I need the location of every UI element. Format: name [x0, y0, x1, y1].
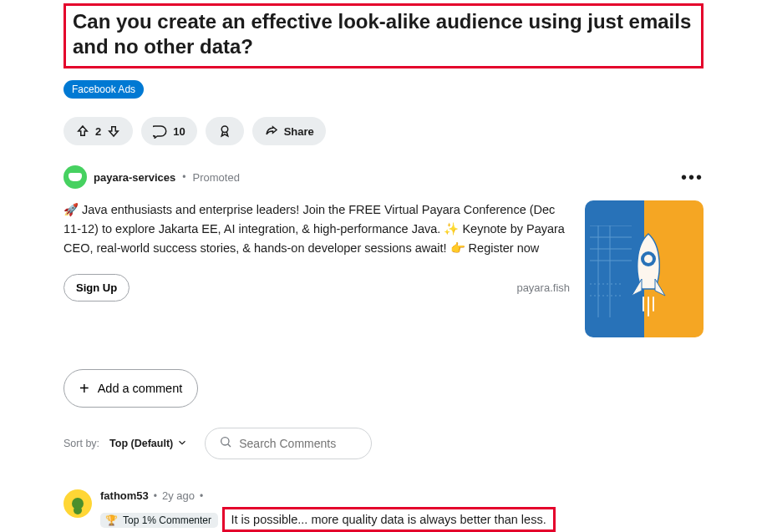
award-icon — [217, 124, 232, 139]
share-icon — [264, 124, 279, 139]
sort-value: Top (Default) — [109, 438, 173, 449]
chevron-down-icon — [176, 437, 188, 451]
comments-button[interactable]: 10 — [141, 117, 196, 145]
comment-text-highlight: It is possible... more quality data is a… — [222, 507, 556, 532]
comment-search[interactable] — [205, 428, 372, 459]
plus-icon: + — [79, 380, 89, 397]
sort-label: Sort by: — [63, 438, 99, 449]
flair-row: Facebook Ads — [63, 80, 704, 99]
svg-point-0 — [221, 126, 228, 133]
promo-username[interactable]: payara-services — [94, 171, 175, 184]
promoted-tag: Promoted — [193, 171, 240, 184]
promoted-header: payara-services • Promoted ••• — [63, 165, 704, 189]
promo-thumbnail[interactable] — [585, 200, 704, 337]
comment-count: 10 — [173, 125, 185, 138]
rocket-icon — [623, 231, 673, 322]
badge-label: Top 1% Commenter — [123, 514, 211, 526]
signup-button[interactable]: Sign Up — [63, 274, 130, 301]
dot-separator: • — [182, 171, 185, 183]
award-button[interactable] — [206, 117, 244, 145]
dot-separator: • — [154, 490, 157, 502]
trophy-icon: 🏆 — [105, 514, 118, 526]
promo-domain[interactable]: payara.fish — [516, 281, 570, 294]
comment-text: It is possible... more quality data is a… — [231, 513, 546, 526]
post-flair[interactable]: Facebook Ads — [63, 80, 144, 99]
commenter-badge: 🏆 Top 1% Commenter — [100, 513, 218, 528]
comment-header: fathom53 • 2y ago • — [100, 489, 556, 502]
search-icon — [219, 435, 232, 452]
add-comment-button[interactable]: + Add a comment — [63, 369, 198, 408]
svg-line-15 — [228, 444, 231, 447]
downvote-icon[interactable] — [106, 124, 121, 139]
comment-item: fathom53 • 2y ago • 🏆 Top 1% Commenter I… — [63, 489, 704, 532]
comment-avatar[interactable] — [63, 489, 92, 518]
share-label: Share — [284, 125, 314, 138]
post-title-highlight: Can you create an effective look-alike a… — [63, 3, 704, 68]
post-action-bar: 2 10 Share — [63, 117, 704, 145]
add-comment-label: Add a comment — [98, 382, 183, 395]
sort-dropdown[interactable]: Top (Default) — [109, 437, 188, 451]
svg-point-14 — [221, 438, 229, 445]
dot-separator: • — [200, 490, 203, 502]
vote-pill: 2 — [63, 117, 133, 145]
share-button[interactable]: Share — [252, 117, 326, 145]
promo-text: 🚀 Java enthusiasts and enterprise leader… — [63, 200, 570, 259]
upvote-icon[interactable] — [75, 124, 90, 139]
more-icon[interactable]: ••• — [681, 169, 704, 185]
add-comment-row: + Add a comment — [63, 369, 704, 408]
promo-avatar[interactable] — [63, 165, 87, 189]
comment-search-input[interactable] — [239, 437, 358, 450]
post-title: Can you create an effective look-alike a… — [73, 9, 694, 59]
comment-username[interactable]: fathom53 — [100, 489, 149, 502]
vote-score: 2 — [95, 125, 101, 138]
comment-icon — [153, 124, 168, 139]
sort-row: Sort by: Top (Default) — [63, 428, 704, 459]
comment-age: 2y ago — [162, 489, 195, 502]
svg-point-10 — [644, 255, 653, 263]
promoted-post: payara-services • Promoted ••• 🚀 Java en… — [63, 165, 704, 337]
